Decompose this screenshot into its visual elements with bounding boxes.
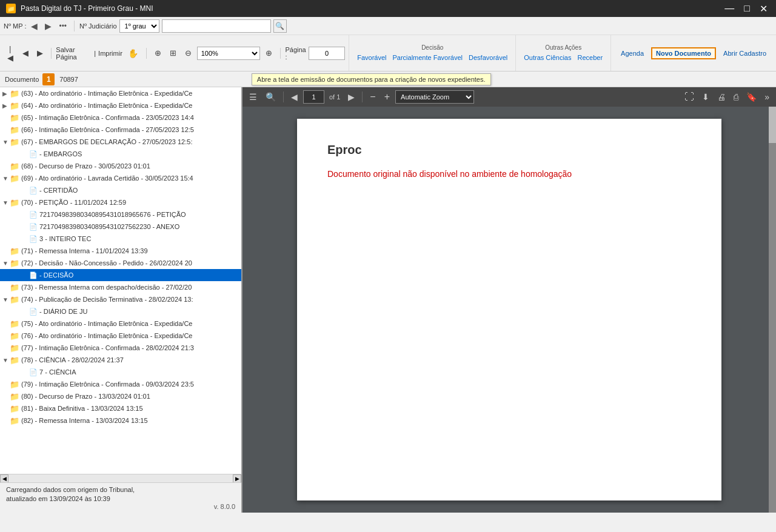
tree-item-10[interactable]: 📄72170498398034089543101896567​6 - PETIÇ… <box>0 208 241 221</box>
forward-button[interactable]: ▶ <box>42 20 54 32</box>
pdf-prev-btn[interactable]: ◀ <box>288 89 301 105</box>
zoom-icon2[interactable]: ⊕ <box>263 46 275 61</box>
tree-item-1[interactable]: ▶📁(64) - Ato ordinatório - Intimação Ele… <box>0 99 241 111</box>
favoravel-btn[interactable]: Favorável <box>355 53 388 62</box>
pdf-more-btn[interactable]: » <box>761 89 772 105</box>
scroll-left-btn[interactable]: ◀ <box>0 474 8 483</box>
tree-item-2[interactable]: 📁(65) - Intimação Eletrônica - Confirmad… <box>0 111 241 124</box>
agenda-btn[interactable]: Agenda <box>617 48 647 58</box>
status-line2: atualizado em 13/09/2024 às 10:39 <box>6 494 135 504</box>
pdf-zoom-in-btn[interactable]: + <box>381 90 393 104</box>
page-next-btn[interactable]: ▶ <box>34 46 46 61</box>
tree-item-0[interactable]: ▶📁(63) - Ato ordinatório - Intimação Ele… <box>0 87 241 99</box>
pdf-sidebar-btn[interactable]: ☰ <box>246 89 260 105</box>
tree-item-14[interactable]: ▼📁(72) - Decisão - Não-Concessão - Pedid… <box>0 257 241 269</box>
tree-item-22[interactable]: ▼📁(78) - CIÊNCIA - 28/02/2024 21:37 <box>0 354 241 366</box>
pdf-page-input[interactable] <box>303 90 324 104</box>
receber-btn[interactable]: Receber <box>576 53 605 62</box>
tree-item-21[interactable]: 📁(77) - Intimação Eletrônica - Confirmad… <box>0 342 241 354</box>
folder-icon: 📁 <box>10 162 19 171</box>
pdf-zoom-out-btn[interactable]: − <box>367 90 378 104</box>
zoom-out-2[interactable]: ⊖ <box>182 46 195 61</box>
tree-item-23[interactable]: 📄7 - CIÊNCIA <box>0 366 241 378</box>
expand-icon: ▼ <box>2 175 8 182</box>
pdf-bookmark-btn[interactable]: 🔖 <box>743 89 760 105</box>
decisao-label: Decisão <box>355 44 509 51</box>
tree-item-26[interactable]: 📁(81) - Baixa Definitiva - 13/03/2024 13… <box>0 402 241 414</box>
tree-item-9[interactable]: ▼📁(70) - PETIÇÃO - 11/01/2024 12:59 <box>0 196 241 208</box>
scroll-right-btn[interactable]: ▶ <box>233 474 241 483</box>
back-button[interactable]: ◀ <box>28 20 40 32</box>
page-prev-btn[interactable]: ◀ <box>19 46 32 61</box>
tree-item-19[interactable]: 📁(75) - Ato ordinatório - Intimação Elet… <box>0 318 241 330</box>
tree-container[interactable]: ▶📁(63) - Ato ordinatório - Intimação Ele… <box>0 87 241 474</box>
tree-item-text: (80) - Decurso de Prazo - 13/03/2024 01:… <box>21 393 150 400</box>
pdf-search-btn[interactable]: 🔍 <box>263 89 279 105</box>
pdf-scrollbar[interactable] <box>769 107 776 513</box>
expand-spacer <box>22 236 28 242</box>
tree-item-3[interactable]: 📁(66) - Intimação Eletrônica - Confirmad… <box>0 124 241 136</box>
desfavoravel-btn[interactable]: Desfavorável <box>467 53 509 62</box>
tree-item-15[interactable]: 📄- DECISÃO <box>0 269 241 281</box>
doc-icon: 📄 <box>29 223 38 231</box>
close-button[interactable]: ✕ <box>757 3 770 15</box>
outras-ciencias-btn[interactable]: Outras Ciências <box>522 53 573 62</box>
search-button[interactable]: 🔍 <box>273 19 287 33</box>
page-start-btn[interactable]: |◀ <box>4 46 17 61</box>
more-button[interactable]: ••• <box>56 21 69 32</box>
tree-item-11[interactable]: 📄72170498398034089543102756223​0 - ANEXO <box>0 221 241 233</box>
pdf-print-btn[interactable]: 🖨 <box>714 89 729 105</box>
tree-item-text: (64) - Ato ordinatório - Intimação Eletr… <box>21 102 192 109</box>
tree-item-text: 3 - INTEIRO TEC <box>39 235 91 242</box>
pdf-content[interactable]: Eproc Documento original não disponível … <box>242 107 776 513</box>
tree-item-5[interactable]: 📄- EMBARGOS <box>0 148 241 160</box>
pdf-download-btn[interactable]: ⬇ <box>699 89 712 105</box>
tree-item-13[interactable]: 📁(71) - Remessa Interna - 11/01/2024 13:… <box>0 245 241 257</box>
tree-item-24[interactable]: 📁(79) - Intimação Eletrônica - Confirmad… <box>0 378 241 390</box>
tree-item-25[interactable]: 📁(80) - Decurso de Prazo - 13/03/2024 01… <box>0 390 241 402</box>
tree-item-27[interactable]: 📁(82) - Remessa Interna - 13/03/2024 13:… <box>0 414 241 427</box>
expand-spacer <box>2 163 8 170</box>
tree-item-text: (74) - Publicação de Decisão Terminativa… <box>21 296 193 303</box>
minimize-button[interactable]: — <box>722 3 737 15</box>
zoom-select[interactable]: 100% 75% 125% 150% <box>197 47 260 60</box>
tree-item-20[interactable]: 📁(76) - Ato ordinatório - Intimação Elet… <box>0 330 241 342</box>
doc-info-bar: Documento 1 70897 Abre a tela de emissão… <box>0 71 776 87</box>
tree-item-4[interactable]: ▼📁(67) - EMBARGOS DE DECLARAÇÃO - 27/05/… <box>0 136 241 148</box>
mp-label: Nº MP : <box>4 22 26 30</box>
zoom-area[interactable]: ⊕ <box>152 46 164 61</box>
pdf-fullscreen-btn[interactable]: ⛶ <box>681 89 697 105</box>
maximize-button[interactable]: □ <box>741 3 752 15</box>
pagina-input[interactable] <box>309 47 345 60</box>
tree-item-7[interactable]: ▼📁(69) - Ato ordinatório - Lavrada Certi… <box>0 172 241 184</box>
tree-item-text: (73) - Remessa Interna com despacho/deci… <box>21 284 192 291</box>
tooltip-box: Abre a tela de emissão de documentos par… <box>252 73 491 85</box>
tree-item-text: (75) - Ato ordinatório - Intimação Eletr… <box>21 320 192 327</box>
grau-select[interactable]: 1º grau 2º grau <box>119 19 159 33</box>
parcialmente-btn[interactable]: Parcialmente Favorável <box>390 53 464 62</box>
right-action-buttons: Agenda Novo Documento Abrir Cadastro <box>611 35 776 71</box>
pdf-next-btn[interactable]: ▶ <box>345 89 358 105</box>
pdf-scrollbar-thumb[interactable] <box>769 107 776 143</box>
tree-item-8[interactable]: 📄- CERTIDÃO <box>0 184 241 196</box>
folder-icon: 📁 <box>10 404 19 413</box>
hand-tool[interactable]: ✋ <box>125 46 141 61</box>
app-icon: 📁 <box>6 4 16 13</box>
tree-item-6[interactable]: 📁(68) - Decurso de Prazo - 30/05/2023 01… <box>0 160 241 172</box>
scroll-track[interactable] <box>8 474 233 482</box>
tree-item-12[interactable]: 📄3 - INTEIRO TEC <box>0 233 241 245</box>
novo-documento-btn[interactable]: Novo Documento <box>651 47 716 59</box>
expand-spacer <box>2 333 8 339</box>
tree-item-text: (70) - PETIÇÃO - 11/01/2024 12:59 <box>21 199 126 206</box>
zoom-view[interactable]: ⊞ <box>167 46 179 61</box>
pdf-zoom-select[interactable]: Automatic Zoom 100% 75% 125% 150% Page F… <box>395 90 474 104</box>
abrir-cadastro-btn[interactable]: Abrir Cadastro <box>720 48 770 58</box>
tree-item-text: - DIÁRIO DE JU <box>39 308 87 315</box>
pdf-share-btn[interactable]: ⎙ <box>731 89 741 105</box>
judicario-input[interactable] <box>162 19 271 33</box>
tree-item-18[interactable]: 📄- DIÁRIO DE JU <box>0 305 241 318</box>
horizontal-scrollbar[interactable]: ◀ ▶ <box>0 474 241 482</box>
tree-item-17[interactable]: ▼📁(74) - Publicação de Decisão Terminati… <box>0 293 241 305</box>
tree-item-16[interactable]: 📁(73) - Remessa Interna com despacho/dec… <box>0 281 241 293</box>
documento-label: Documento <box>5 76 39 83</box>
